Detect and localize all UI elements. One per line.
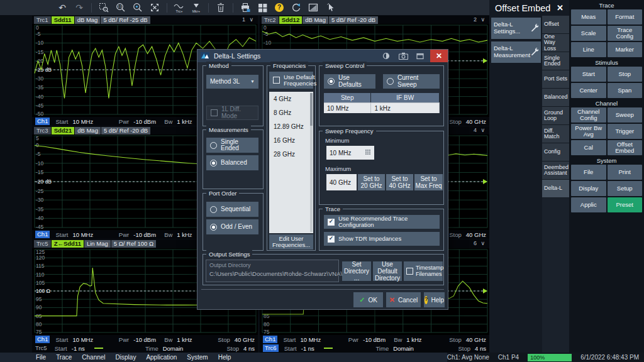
channel-tag[interactable]: Trc5 xyxy=(35,344,49,352)
sweep-table-ifbw-value[interactable]: 1 kHz xyxy=(371,102,440,113)
close-icon[interactable]: ✕ xyxy=(430,50,448,62)
redo-icon[interactable]: ↷ xyxy=(72,1,86,14)
trace-scale-label[interactable]: 5 dB/ Ref -25 dB xyxy=(101,16,150,24)
print-icon[interactable] xyxy=(238,1,252,14)
set-directory-button[interactable]: Set Directory ... xyxy=(342,261,371,281)
set-to-max-freq-button[interactable]: Set to Max Freq xyxy=(414,174,443,190)
method-dropdown[interactable]: Method 3L ▼ xyxy=(206,75,258,89)
trace-measurement-label[interactable]: Sdd11 xyxy=(52,16,74,24)
menu-item-file[interactable]: File xyxy=(36,354,46,361)
window-number-dropdown[interactable]: 4 ∨ xyxy=(474,127,486,133)
touch-toggle-icon[interactable] xyxy=(323,1,337,14)
channel-footer[interactable]: Trc5Start-1 nsTimeDomainStop4 ns xyxy=(32,344,258,353)
undo-icon[interactable]: ↶ xyxy=(55,1,69,14)
zoom-1-1-icon[interactable]: 1:1 xyxy=(114,1,128,14)
scrollbar-thumb[interactable] xyxy=(310,93,313,126)
minimum-frequency-input[interactable]: 10 MHz xyxy=(326,146,374,160)
screenshot-camera-icon[interactable] xyxy=(396,50,410,62)
screenshot-icon[interactable] xyxy=(306,1,320,14)
dialog-titlebar[interactable]: Delta-L Settings ✕ xyxy=(197,50,448,62)
channel-footer[interactable]: Trc6Start-1 nsTimeDomainStop4 ns xyxy=(260,344,489,353)
windows-icon[interactable] xyxy=(255,1,269,14)
hardkey-line[interactable]: Line xyxy=(571,42,606,57)
delete-icon[interactable] xyxy=(214,1,228,14)
menu-item-display[interactable]: Display xyxy=(116,354,136,361)
channel-tag[interactable]: Ch1 xyxy=(35,231,50,238)
zoom-select-icon[interactable] xyxy=(97,1,111,14)
maximize-icon[interactable] xyxy=(413,50,427,62)
menu-item-help[interactable]: Help xyxy=(218,354,231,361)
softkey-settings-[interactable]: Delta-L Settings... xyxy=(491,18,541,39)
hardkey-offset-embed[interactable]: Offset Embed xyxy=(608,140,643,155)
hardkey-setup[interactable]: Setup xyxy=(608,181,643,196)
trace-measurement-label[interactable]: Sdd21 xyxy=(52,127,75,134)
channel-footer[interactable]: Ch1Start10 MHzPwr-10 dBmBw1 kHzStop40 GH… xyxy=(32,335,258,344)
maximum-frequency-input[interactable]: 40 GHz xyxy=(326,174,357,190)
add-marker-icon[interactable]: Mkr+ xyxy=(189,1,203,14)
channel-footer[interactable]: Ch1Start10 MHzPwr-10 dBmBw1 kHzStop40 GH… xyxy=(260,335,489,344)
channel-tag[interactable]: Ch1 xyxy=(263,336,277,343)
softkey-tab-deembed-assistant[interactable]: Deembed Assistant xyxy=(542,162,569,180)
use-default-directory-button[interactable]: Use Default Directory xyxy=(373,261,402,281)
trace-name-label[interactable]: Trc2 xyxy=(262,16,279,24)
trace-scale-label[interactable]: 5 dB/ Ref -20 dB xyxy=(329,16,378,24)
frequency-list-item[interactable]: 28 GHz xyxy=(269,149,313,163)
hardkey-span[interactable]: Span xyxy=(608,83,643,98)
set-to-20ghz-button[interactable]: Set to 20 GHz xyxy=(358,174,385,190)
softkey-tab-balanced[interactable]: Balanced xyxy=(542,89,569,107)
softkey-measurement[interactable]: Delta-L Measurement xyxy=(491,41,541,63)
hardkey-meas[interactable]: Meas xyxy=(571,9,606,25)
channel-tag[interactable]: Ch1 xyxy=(35,118,50,125)
odd-even-radio[interactable]: Odd / Even xyxy=(206,219,258,234)
window-number-dropdown[interactable]: 6 ∨ xyxy=(474,240,486,246)
softkey-tab-port-sets[interactable]: Port Sets xyxy=(542,70,569,89)
softkey-tab-delta-l[interactable]: Delta-L xyxy=(542,180,569,198)
hardkey-print[interactable]: Print xyxy=(608,165,643,180)
trace-format-label[interactable]: dB Mag xyxy=(303,16,328,24)
sync-icon[interactable] xyxy=(289,1,303,14)
sequential-radio[interactable]: Sequential xyxy=(206,202,258,217)
trace-format-label[interactable]: dB Mag xyxy=(75,127,101,134)
trace-measurement-label[interactable]: Sdd12 xyxy=(279,16,303,24)
menu-item-system[interactable]: System xyxy=(187,354,208,361)
window-number-dropdown[interactable]: 2 ∨ xyxy=(474,16,486,23)
single-ended-radio[interactable]: Single Ended xyxy=(206,138,258,153)
frequency-list-item[interactable]: 4 GHz xyxy=(269,94,313,107)
softkey-tab-offset[interactable]: Offset xyxy=(542,16,569,34)
span-max-icon[interactable] xyxy=(148,1,162,14)
softkey-tab-one-way-loss[interactable]: One Way Loss xyxy=(542,34,569,52)
cancel-button[interactable]: ✕ Cancel xyxy=(386,292,421,307)
frequency-list[interactable]: 4 GHz8 GHz12.89 GHz16 GHz28 GHz xyxy=(269,92,313,233)
use-default-frequencies-checkbox[interactable]: Use Default Frequencies xyxy=(269,72,313,89)
menu-item-trace[interactable]: Trace xyxy=(56,354,72,361)
hardkey-start[interactable]: Start xyxy=(571,67,606,82)
hardkey-sweep[interactable]: Sweep xyxy=(608,107,643,123)
channel-tag[interactable]: Trc6 xyxy=(263,344,279,352)
trace-scale-label[interactable]: 5 dB/ Ref -20 dB xyxy=(101,127,150,134)
softkey-tab-ground-loop[interactable]: Ground Loop xyxy=(542,107,569,125)
frequency-list-item[interactable]: 8 GHz xyxy=(269,107,313,121)
dim-display-icon[interactable] xyxy=(379,50,393,62)
softkey-tab-single-ended[interactable]: Single Ended xyxy=(542,52,569,70)
output-directory-field[interactable]: Output Directory C:\Users\Public\Documen… xyxy=(206,260,339,282)
hardkey-trigger[interactable]: Trigger xyxy=(608,124,643,139)
hardkey-stop[interactable]: Stop xyxy=(608,67,643,82)
use-defaults-radio[interactable]: Use Defaults xyxy=(324,74,375,89)
trace-scale-label[interactable]: 5 Ω/ Ref 100 Ω xyxy=(111,240,156,248)
window-number-dropdown[interactable]: 1 ∨ xyxy=(242,16,255,23)
sweep-table-step-value[interactable]: 10 MHz xyxy=(324,102,371,113)
set-to-40ghz-button[interactable]: Set to 40 GHz xyxy=(386,174,413,190)
balanced-radio[interactable]: Balanced xyxy=(206,155,258,170)
diff-mode-checkbox[interactable]: 1L Diff. Mode xyxy=(206,106,258,120)
edit-user-frequencies-button[interactable]: Edit User Frequencies... xyxy=(269,234,313,250)
timestamp-filenames-checkbox[interactable]: Timestamp Filenames xyxy=(404,261,443,281)
hardkey-file[interactable]: File xyxy=(571,165,606,180)
add-trace-icon[interactable]: Trc+ xyxy=(172,1,186,14)
softkey-tab-diff-match[interactable]: Diff. Match xyxy=(542,125,569,143)
menu-item-channel[interactable]: Channel xyxy=(82,354,105,361)
hardkey-preset[interactable]: Preset xyxy=(608,197,643,212)
help-button[interactable]: ? Help xyxy=(424,292,445,307)
hardkey-channel-config[interactable]: Channel Config xyxy=(571,107,606,123)
help-icon[interactable]: ? xyxy=(272,1,286,14)
trace-name-label[interactable]: Trc1 xyxy=(34,16,51,24)
